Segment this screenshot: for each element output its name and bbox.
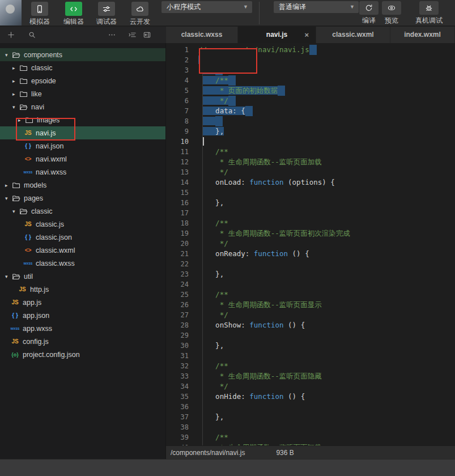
chevron-right-icon[interactable]: ▸ xyxy=(12,65,19,71)
action-button-label: 预览 xyxy=(376,16,407,26)
bug-icon xyxy=(419,1,439,15)
search-icon[interactable] xyxy=(27,29,37,40)
toolbar-button-phone[interactable]: 模拟器 xyxy=(24,0,56,27)
tree-folder-classic[interactable]: ▾classic xyxy=(0,205,165,218)
tree-item-label: classic.wxml xyxy=(36,246,75,254)
code-line-30: 30 }, xyxy=(166,341,455,351)
collapse-all-icon[interactable] xyxy=(127,29,137,40)
tree-item-label: app.wxss xyxy=(23,325,52,333)
code-text: }, xyxy=(198,198,224,208)
tree-file-classic.wxss[interactable]: wxssclassic.wxss xyxy=(0,257,165,270)
editor-tabs: classic.wxssnavi.js×classic.wxmlindex.wx… xyxy=(166,27,455,43)
tree-folder-util[interactable]: ▾util xyxy=(0,270,165,283)
file-path: /components/navi/navi.js xyxy=(171,449,245,457)
line-number: 36 xyxy=(166,402,189,412)
line-number: 12 xyxy=(166,157,189,167)
code-line-25: 25 /** xyxy=(166,290,455,300)
code-editor[interactable]: 1// components/navi/navi.js2Page({3 4 /*… xyxy=(166,43,455,445)
editor-status-bar: /components/navi/navi.js 936 B xyxy=(166,445,455,459)
chevron-down-icon[interactable]: ▾ xyxy=(5,196,12,201)
code-text xyxy=(198,116,223,126)
selection-highlight: /** xyxy=(203,76,236,84)
tree-item-label: navi xyxy=(31,103,44,111)
tree-file-app.json[interactable]: { }app.json xyxy=(0,309,165,322)
line-number: 35 xyxy=(166,392,189,402)
tree-folder-like[interactable]: ▸like xyxy=(0,87,165,100)
tree-file-classic.wxml[interactable]: <>classic.wxml xyxy=(0,244,165,257)
code-text: /** xyxy=(198,290,228,300)
more-icon[interactable] xyxy=(107,29,117,40)
chevron-down-icon[interactable]: ▾ xyxy=(12,209,19,214)
tree-file-navi.json[interactable]: { }navi.json xyxy=(0,139,165,152)
file-tree-sidebar: ▾components▸classic▸epsoide▸like▾navi▸im… xyxy=(0,43,166,459)
plus-icon[interactable] xyxy=(6,29,16,40)
js-file-icon: JS xyxy=(18,285,27,294)
tree-folder-models[interactable]: ▸models xyxy=(0,178,165,192)
chevron-right-icon[interactable]: ▸ xyxy=(5,182,12,188)
tab-classic.wxml[interactable]: classic.wxml xyxy=(316,27,390,43)
line-number: 34 xyxy=(166,381,189,392)
selection-highlight: }, xyxy=(203,127,224,135)
toolbar-button-sliders[interactable]: 调试器 xyxy=(91,0,122,27)
line-number: 8 xyxy=(166,116,189,126)
code-line-12: 12 * 生命周期函数--监听页面加载 xyxy=(166,157,455,167)
code-text xyxy=(198,137,204,147)
compile-mode-dropdown[interactable]: 普通编译 ▼ xyxy=(274,1,359,13)
line-number: 18 xyxy=(166,218,189,228)
tree-folder-images[interactable]: ▸images xyxy=(0,113,165,126)
tree-file-app.js[interactable]: JSapp.js xyxy=(0,296,165,309)
tree-folder-navi[interactable]: ▾navi xyxy=(0,100,165,113)
code-line-29: 29 xyxy=(166,330,455,341)
folder-closed-icon xyxy=(19,76,28,85)
chevron-right-icon[interactable]: ▸ xyxy=(12,78,19,84)
tree-file-project.config.json[interactable]: {o}project.config.json xyxy=(0,348,165,361)
selection-newline-block xyxy=(228,96,236,106)
tree-file-app.wxss[interactable]: wxssapp.wxss xyxy=(0,322,165,335)
code-line-28: 28 onShow: function () { xyxy=(166,320,455,330)
tree-item-label: navi.wxss xyxy=(36,168,66,176)
tree-file-navi.wxml[interactable]: <>navi.wxml xyxy=(0,152,165,165)
tree-file-classic.json[interactable]: { }classic.json xyxy=(0,231,165,244)
tree-file-classic.js[interactable]: JSclassic.js xyxy=(0,218,165,231)
tree-folder-pages[interactable]: ▾pages xyxy=(0,192,165,205)
line-number: 1 xyxy=(166,45,189,55)
code-line-6: 6 */ xyxy=(166,96,455,106)
tab-navi.js[interactable]: navi.js× xyxy=(238,27,316,43)
phone-icon xyxy=(31,2,48,16)
tree-folder-components[interactable]: ▾components xyxy=(0,48,165,61)
toolbar-button-cloud[interactable]: 云开发 xyxy=(124,0,156,27)
tree-folder-epsoide[interactable]: ▸epsoide xyxy=(0,74,165,87)
toolbar-button-code[interactable]: 编辑器 xyxy=(58,0,90,27)
panel-toggle-icon[interactable] xyxy=(142,29,152,40)
chevron-right-icon[interactable]: ▸ xyxy=(12,91,19,97)
tree-file-navi.wxss[interactable]: wxssnavi.wxss xyxy=(0,165,165,178)
tab-index.wxml[interactable]: index.wxml xyxy=(390,27,455,43)
tree-file-http.js[interactable]: JShttp.js xyxy=(0,283,165,296)
folder-open-icon xyxy=(12,50,20,59)
folder-closed-icon xyxy=(19,63,28,72)
code-text: */ xyxy=(198,239,228,249)
selection-newline-block xyxy=(215,116,223,126)
chevron-down-icon[interactable]: ▾ xyxy=(12,104,19,110)
code-text: }, xyxy=(198,126,224,137)
folder-closed-icon xyxy=(12,181,20,189)
chevron-down-icon[interactable]: ▾ xyxy=(5,52,12,58)
tree-folder-classic[interactable]: ▸classic xyxy=(0,61,165,74)
code-line-5: 5 * 页面的初始数据 xyxy=(166,86,455,96)
line-number: 2 xyxy=(166,55,189,65)
mode-dropdown[interactable]: 小程序模式 ▼ xyxy=(161,1,252,13)
tab-classic.wxss[interactable]: classic.wxss xyxy=(166,27,238,43)
tree-item-label: config.js xyxy=(23,338,49,346)
action-button-bug[interactable]: 真机调试 xyxy=(414,0,444,26)
line-number: 23 xyxy=(166,269,189,279)
close-icon[interactable]: × xyxy=(304,27,309,43)
tree-file-config.js[interactable]: JSconfig.js xyxy=(0,335,165,348)
tree-file-navi.js[interactable]: JSnavi.js xyxy=(0,126,165,139)
selection-highlight: data: { xyxy=(203,107,253,115)
action-button-eye[interactable]: 预览 xyxy=(376,0,407,26)
tab-label: index.wxml xyxy=(404,31,441,39)
chevron-right-icon[interactable]: ▸ xyxy=(18,117,25,123)
line-number: 6 xyxy=(166,96,189,106)
user-avatar[interactable] xyxy=(0,0,22,26)
chevron-down-icon[interactable]: ▾ xyxy=(5,274,12,279)
